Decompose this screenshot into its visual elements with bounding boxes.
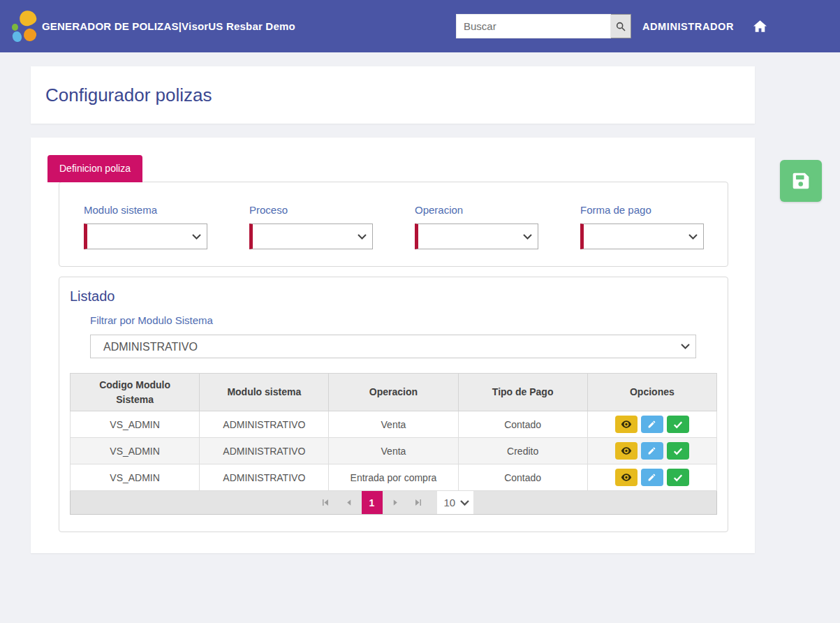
table-footer-row: 1 (71, 491, 717, 515)
field-operacion: Operacion (415, 204, 580, 249)
next-page-icon (392, 498, 399, 507)
proceso-select[interactable] (249, 223, 373, 249)
pagination: 1 (71, 491, 716, 514)
page-header-card: Configurador polizas (31, 66, 755, 124)
field-proceso: Proceso (249, 204, 415, 249)
pencil-icon (647, 473, 656, 482)
cell-tipo-pago: Contado (458, 411, 587, 438)
current-page-button[interactable]: 1 (362, 491, 383, 514)
navbar: GENERADOR DE POLIZAS|VisorUS Resbar Demo… (0, 0, 840, 52)
page-title: Configurador polizas (45, 85, 212, 106)
forma-de-pago-select[interactable] (580, 223, 704, 249)
logo-petal-blue (11, 30, 22, 43)
view-button[interactable] (615, 442, 638, 460)
field-label: Proceso (249, 204, 415, 216)
col-operacion: Operacion (329, 374, 458, 411)
edit-button[interactable] (641, 416, 663, 433)
save-button[interactable] (780, 160, 822, 202)
table-row: VS_ADMIN ADMINISTRATIVO Entrada por comp… (71, 464, 717, 491)
confirm-button[interactable] (667, 416, 689, 433)
col-tipo-de-pago: Tipo de Pago (458, 374, 587, 411)
eye-icon (621, 446, 632, 455)
table-row: VS_ADMIN ADMINISTRATIVO Venta Contado (71, 411, 717, 438)
last-page-icon (414, 498, 422, 507)
col-modulo-sistema: Modulo sistema (200, 374, 329, 411)
pencil-icon (647, 446, 656, 455)
table-row: VS_ADMIN ADMINISTRATIVO Venta Credito (71, 438, 717, 464)
cell-modulo: ADMINISTRATIVO (200, 438, 329, 464)
row-actions (588, 469, 716, 486)
col-opciones: Opciones (587, 374, 716, 411)
cell-codigo: VS_ADMIN (71, 438, 200, 464)
search-icon (615, 21, 626, 32)
last-page-button[interactable] (407, 491, 430, 514)
search-button[interactable] (611, 14, 631, 38)
filtrar-modulo-sistema-select[interactable]: ADMINISTRATIVO (90, 335, 696, 358)
check-icon (673, 447, 683, 455)
logo-petal-orange (22, 27, 37, 42)
cell-tipo-pago: Contado (458, 464, 587, 491)
row-actions (588, 416, 716, 433)
prev-page-icon (345, 498, 353, 507)
cell-codigo: VS_ADMIN (71, 464, 200, 491)
field-label: Forma de pago (580, 204, 746, 216)
first-page-icon (321, 498, 330, 507)
row-actions (588, 442, 716, 460)
listado-filter-label: Filtrar por Modulo Sistema (90, 314, 716, 326)
navbar-right: ADMINISTRADOR (456, 14, 767, 38)
cell-operacion: Venta (329, 411, 458, 438)
confirm-button[interactable] (667, 469, 689, 486)
filters-grid: Modulo sistema Proceso (84, 204, 728, 249)
cell-modulo: ADMINISTRATIVO (200, 464, 329, 491)
logo-petal-yellow (18, 8, 38, 27)
listado-panel: Listado Filtrar por Modulo Sistema ADMIN… (59, 277, 728, 532)
view-button[interactable] (615, 416, 638, 433)
search-group (456, 14, 631, 38)
view-button[interactable] (615, 469, 638, 486)
tab-definicion-poliza[interactable]: Definicion poliza (47, 155, 142, 182)
cell-modulo: ADMINISTRATIVO (200, 411, 329, 438)
tab-bar: Definicion poliza (47, 155, 728, 182)
eye-icon (621, 473, 632, 482)
check-icon (673, 474, 683, 482)
cell-operacion: Entrada por compra (329, 464, 458, 491)
cell-codigo: VS_ADMIN (71, 411, 200, 438)
user-menu[interactable]: ADMINISTRADOR (642, 21, 734, 32)
cell-tipo-pago: Credito (458, 438, 587, 464)
pencil-icon (647, 420, 656, 429)
first-page-button[interactable] (314, 491, 337, 514)
page-size-select[interactable]: 10 (437, 491, 473, 514)
field-label: Operacion (415, 204, 580, 216)
operacion-select[interactable] (415, 223, 538, 249)
edit-button[interactable] (641, 442, 663, 460)
home-button[interactable] (753, 20, 767, 32)
field-label: Modulo sistema (84, 204, 249, 216)
modulo-sistema-select[interactable] (84, 223, 207, 249)
poliza-definition-panel: Modulo sistema Proceso (59, 182, 728, 267)
col-codigo-modulo-sistema: Codigo Modulo Sistema (71, 374, 200, 411)
home-icon (753, 20, 767, 32)
main-card: Definicion poliza Modulo sistema (31, 138, 755, 553)
field-forma-de-pago: Forma de pago (580, 204, 746, 249)
polizas-table: Codigo Modulo Sistema Modulo sistema Ope… (70, 373, 717, 515)
save-icon (789, 169, 813, 193)
eye-icon (621, 420, 632, 429)
listado-title: Listado (70, 288, 716, 305)
logo-petal-green (12, 24, 18, 31)
prev-page-button[interactable] (337, 491, 360, 514)
edit-button[interactable] (641, 469, 663, 486)
search-input[interactable] (456, 14, 611, 38)
table-header-row: Codigo Modulo Sistema Modulo sistema Ope… (71, 374, 717, 411)
app-logo-icon (10, 7, 40, 46)
next-page-button[interactable] (384, 491, 407, 514)
check-icon (673, 420, 683, 429)
confirm-button[interactable] (667, 442, 689, 460)
cell-operacion: Venta (329, 438, 458, 464)
field-modulo-sistema: Modulo sistema (84, 204, 249, 249)
content-area: Configurador polizas Definicion poliza M… (31, 66, 755, 553)
brand-title: GENERADOR DE POLIZAS|VisorUS Resbar Demo (42, 20, 295, 32)
